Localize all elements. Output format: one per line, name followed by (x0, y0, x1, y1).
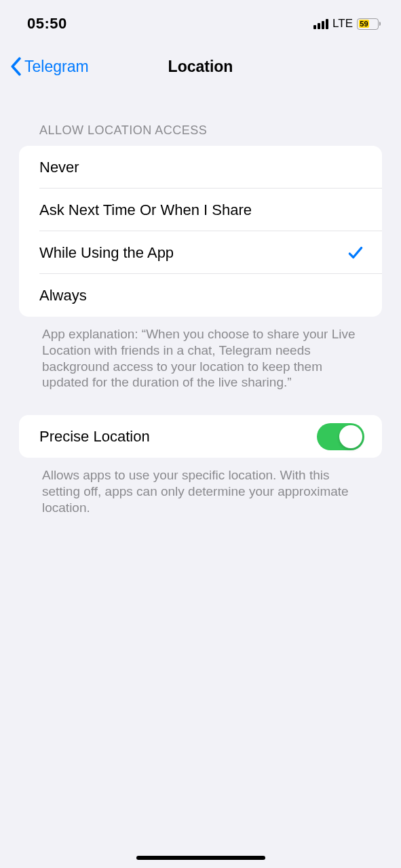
checkmark-icon (347, 244, 364, 262)
section-footer-access: App explanation: “When you choose to sha… (19, 317, 382, 391)
location-access-group: Never Ask Next Time Or When I Share Whil… (19, 146, 382, 317)
option-while-using[interactable]: While Using the App (19, 231, 382, 274)
precise-location-group: Precise Location (19, 415, 382, 458)
page-title: Location (168, 58, 233, 76)
back-button[interactable]: Telegram (9, 57, 89, 76)
battery-percentage: 59 (360, 20, 368, 28)
toggle-knob (339, 425, 362, 448)
precise-location-label: Precise Location (39, 428, 150, 446)
option-label: Never (39, 159, 79, 176)
section-footer-precise: Allows apps to use your specific locatio… (19, 458, 382, 515)
precise-location-toggle[interactable] (317, 423, 364, 450)
option-label: While Using the App (39, 244, 174, 262)
precise-location-row[interactable]: Precise Location (19, 415, 382, 458)
home-indicator[interactable] (136, 856, 265, 860)
option-label: Always (39, 287, 87, 304)
cellular-signal-icon (313, 18, 328, 29)
chevron-left-icon (9, 57, 22, 76)
option-label: Ask Next Time Or When I Share (39, 201, 252, 219)
status-bar: 05:50 LTE 59 (0, 0, 401, 41)
option-always[interactable]: Always (19, 274, 382, 317)
back-label: Telegram (24, 58, 89, 76)
section-header-access: ALLOW LOCATION ACCESS (19, 123, 382, 146)
option-never[interactable]: Never (19, 146, 382, 189)
navigation-bar: Telegram Location (0, 47, 401, 85)
status-time: 05:50 (27, 15, 67, 33)
battery-icon: 59 (357, 18, 381, 30)
network-type: LTE (332, 17, 353, 31)
option-ask-next-time[interactable]: Ask Next Time Or When I Share (19, 189, 382, 231)
status-indicators: LTE 59 (313, 17, 381, 31)
